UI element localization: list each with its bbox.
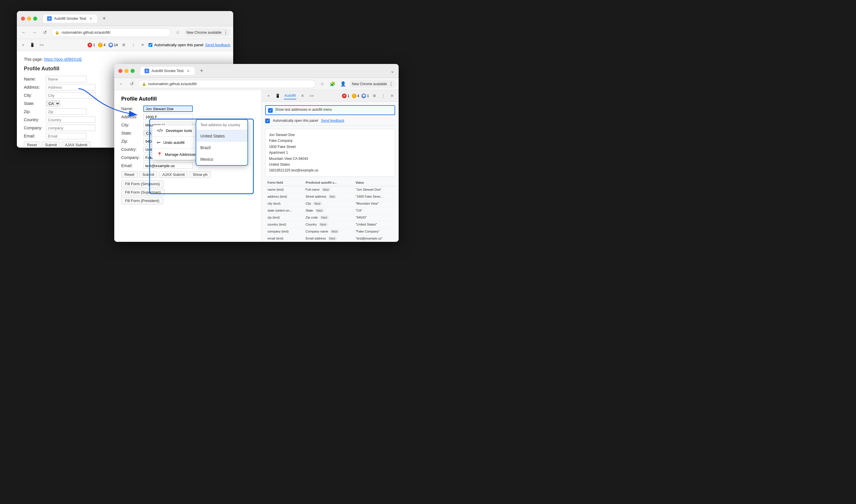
predicted-cell: Country heur xyxy=(303,221,353,228)
send-feedback-link-1[interactable]: Send feedback xyxy=(205,43,230,47)
toolbar-2: ← ↺ 🔒 rsolomakhin.github.io/autofill/ ☆ … xyxy=(114,78,399,90)
send-feedback-link-2[interactable]: Send feedback xyxy=(321,119,344,123)
close-autofill-tab-icon[interactable]: ✕ xyxy=(299,93,306,99)
fill-superman-button-2[interactable]: Fill Form (Superman) xyxy=(121,188,164,196)
country-option-us[interactable]: United States xyxy=(196,130,247,142)
minimize-button[interactable] xyxy=(27,17,31,21)
address-input-2[interactable] xyxy=(143,114,193,120)
email-label-1: Email: xyxy=(24,134,44,138)
show-phone-button-2[interactable]: Show ph xyxy=(190,171,211,178)
bookmark-button-1[interactable]: ☆ xyxy=(174,29,182,37)
address-bar-1[interactable]: 🔒 rsolomakhin.github.io/autofill/ xyxy=(51,28,171,37)
profile-button-2[interactable]: 👤 xyxy=(339,80,347,88)
tab-title-1: Autofill Smoke Test xyxy=(54,16,86,21)
back-button-2[interactable]: ← xyxy=(117,80,125,88)
devtools-select-icon-2[interactable]: ⌖ xyxy=(265,93,271,99)
state-select-1[interactable]: CA xyxy=(46,100,60,107)
autofill-tab[interactable]: Autofill xyxy=(284,92,296,100)
state-label-2: State: xyxy=(121,131,142,136)
devtools-device-icon[interactable]: 📱 xyxy=(29,42,35,48)
devtools-panel-2: ⌖ 📱 Autofill ✕ >> ✕ 1 ! 4 💬 1 xyxy=(262,90,399,242)
submit-button-1[interactable]: Submit xyxy=(42,142,60,147)
predicted-cell: City heur xyxy=(303,200,353,207)
page-link[interactable]: https://goo.gl/B6XsIE xyxy=(44,57,82,61)
chrome-available-badge-2[interactable]: New Chrome available ⋮ xyxy=(350,80,396,88)
more-tabs-icon[interactable]: >> xyxy=(308,93,315,99)
auto-open-checkbox-1[interactable] xyxy=(148,43,153,47)
devtools-bar-1: ⌖ 📱 >> ✕ 1 ! 4 💬 14 ⚙ ⋮ ✕ Automatically … xyxy=(17,39,233,51)
fill-simpsons-button-2[interactable]: Fill Form (Simpsons) xyxy=(121,180,164,187)
ajax-submit-button-2[interactable]: AJAX Submit xyxy=(159,171,188,178)
new-tab-button-1[interactable]: + xyxy=(100,15,108,23)
overflow-icon-1[interactable]: ⋮ xyxy=(130,42,136,48)
country-option-mexico[interactable]: Mexico xyxy=(196,154,247,165)
titlebar-2: A Autofill Smoke Test × + ⌄ xyxy=(114,64,399,78)
close-devtools-icon-1[interactable]: ✕ xyxy=(139,42,146,48)
address-input-1[interactable] xyxy=(46,84,95,90)
settings-icon-1[interactable]: ⚙ xyxy=(121,42,127,48)
name-input-1[interactable] xyxy=(46,76,87,82)
email-input-1[interactable] xyxy=(46,133,87,139)
table-row: email (text) Email address heur "test@ex… xyxy=(265,235,395,242)
refresh-button-2[interactable]: ↺ xyxy=(128,80,136,88)
refresh-button-1[interactable]: ↺ xyxy=(41,29,49,37)
close-devtools-icon-2[interactable]: ✕ xyxy=(389,93,395,99)
maximize-button[interactable] xyxy=(33,17,37,21)
predicted-cell: Street address heu xyxy=(303,193,353,200)
country-option-brazil[interactable]: Brazil xyxy=(196,142,247,154)
reset-button-1[interactable]: Reset xyxy=(24,142,40,147)
zip-label-1: Zip: xyxy=(24,109,44,114)
card-city-state-zip: Mountain View CA 94043 xyxy=(269,156,391,162)
devtools-device-icon-2[interactable]: 📱 xyxy=(274,93,281,99)
warn-dot-2: ! xyxy=(352,94,356,98)
country-dropdown-title: Test address by country xyxy=(196,120,247,130)
devtools-more-icon[interactable]: >> xyxy=(38,42,45,48)
error-badge-2: ✕ 1 xyxy=(342,94,350,98)
company-input-1[interactable] xyxy=(46,125,95,131)
card-apt: Apartment 1 xyxy=(269,150,391,156)
ajax-submit-button-1[interactable]: AJAX Submit xyxy=(61,142,90,147)
auto-open-label-1: Automatically open this panel xyxy=(154,43,203,47)
address-label-2: Address: xyxy=(121,114,142,119)
traffic-lights-1 xyxy=(21,17,37,21)
close-button[interactable] xyxy=(21,17,25,21)
chrome-available-text-1: New Chrome available xyxy=(186,31,221,35)
developer-tools-icon: </> xyxy=(157,128,163,133)
reset-button-2[interactable]: Reset xyxy=(121,171,138,178)
table-header-row: Form field Predicted autofill v... Value xyxy=(265,179,395,186)
minimize-button-2[interactable] xyxy=(124,69,128,73)
tab-close-2[interactable]: × xyxy=(186,69,191,73)
address-bar-2[interactable]: 🔒 rsolomakhin.github.io/autofill/ xyxy=(138,80,316,88)
col-value: Value xyxy=(353,179,395,186)
country-input-1[interactable] xyxy=(46,116,95,123)
predicted-cell: Company name heur xyxy=(303,228,353,235)
devtools-select-icon[interactable]: ⌖ xyxy=(20,42,26,48)
chrome-available-badge-1[interactable]: New Chrome available ⋮ xyxy=(184,29,230,36)
browser-tab-1[interactable]: A Autofill Smoke Test × xyxy=(43,15,97,23)
name-input-2[interactable] xyxy=(143,106,193,112)
auto-open-checkbox-2[interactable] xyxy=(265,119,270,123)
city-input-1[interactable] xyxy=(46,92,95,98)
close-button-2[interactable] xyxy=(118,69,122,73)
tab-close-1[interactable]: × xyxy=(88,16,93,21)
submit-button-2[interactable]: Submit xyxy=(139,171,157,178)
overflow-icon-2[interactable]: ⋮ xyxy=(380,93,387,99)
fill-president-button-2[interactable]: Fill Form (President) xyxy=(121,197,163,204)
browser-tab-2[interactable]: A Autofill Smoke Test × xyxy=(140,67,195,75)
browser-window-2: A Autofill Smoke Test × + ⌄ ← ↺ 🔒 rsolom… xyxy=(114,64,399,242)
new-tab-button-2[interactable]: + xyxy=(197,67,206,75)
email-label-2: Email: xyxy=(121,163,142,168)
show-test-addresses-checkbox[interactable] xyxy=(268,108,273,113)
field-cell: city (text) xyxy=(265,200,303,207)
forward-button-1[interactable]: → xyxy=(30,29,38,37)
maximize-button-2[interactable] xyxy=(130,69,135,73)
bookmark-button-2[interactable]: ☆ xyxy=(318,80,326,88)
email-input-2[interactable] xyxy=(143,162,193,169)
zip-input-1[interactable] xyxy=(46,108,87,115)
predicted-cell: Email address heur xyxy=(303,235,353,242)
company-label-2: Company: xyxy=(121,155,142,160)
settings-icon-2[interactable]: ⚙ xyxy=(371,93,378,99)
window-maximize-icon-2[interactable]: ⌄ xyxy=(390,68,395,74)
extensions-button-2[interactable]: 🧩 xyxy=(328,80,337,88)
back-button-1[interactable]: ← xyxy=(20,29,28,37)
